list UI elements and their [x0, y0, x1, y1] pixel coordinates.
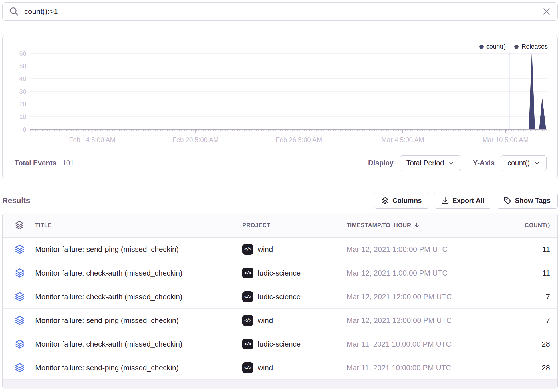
svg-text:Feb 26 5:00 AM: Feb 26 5:00 AM [276, 136, 322, 144]
row-project: </>wind [242, 362, 347, 373]
row-count: 28 [542, 340, 550, 349]
row-project-name: ludic-science [258, 340, 301, 349]
search-bar [2, 2, 558, 21]
display-label: Display [368, 159, 394, 167]
row-count: 7 [546, 292, 550, 301]
results-actions: Columns Export All Show Tags [374, 193, 558, 209]
layers-icon [381, 197, 389, 205]
discover-page: 0102030405060Feb 14 5:00 AMFeb 20 5:00 A… [0, 0, 560, 392]
close-icon[interactable] [543, 7, 551, 15]
table-row: Monitor failure: check-auth (missed_chec… [3, 261, 557, 285]
legend-dot-count-icon [479, 45, 484, 49]
legend-dot-releases-icon [514, 45, 519, 49]
row-timestamp: Mar 12, 2021 12:00:00 PM UTC [347, 316, 489, 325]
row-project-name: ludic-science [258, 269, 301, 278]
column-header-project[interactable]: PROJECT [242, 222, 347, 229]
chevron-down-icon [448, 160, 454, 166]
svg-text:40: 40 [19, 75, 26, 82]
svg-text:60: 60 [19, 50, 26, 57]
svg-text:50: 50 [19, 62, 26, 70]
row-project: </>ludic-science [242, 291, 347, 302]
row-timestamp: Mar 11, 2021 10:00:00 PM UTC [347, 363, 489, 372]
legend-label: Releases [521, 43, 548, 50]
display-dropdown-value: Total Period [406, 159, 444, 167]
y-axis-dropdown[interactable]: count() [501, 155, 547, 171]
row-stack-icon[interactable] [15, 363, 35, 373]
column-header-count[interactable]: COUNT() [525, 222, 550, 229]
row-project-name: ludic-science [258, 292, 301, 301]
row-count: 11 [542, 269, 550, 278]
row-stack-icon[interactable] [15, 315, 35, 326]
table-row: Monitor failure: send-ping (missed_check… [3, 309, 557, 332]
row-stack-icon[interactable] [15, 339, 35, 349]
row-title-link[interactable]: Monitor failure: send-ping (missed_check… [35, 316, 242, 325]
total-events-label: Total Events [15, 159, 57, 167]
row-stack-icon[interactable] [15, 244, 35, 254]
code-icon: </> [242, 244, 253, 255]
column-header-timestamp[interactable]: TIMESTAMP.TO_HOUR [347, 222, 489, 229]
chart-legend: count() Releases [479, 43, 548, 50]
chevron-down-icon [534, 160, 540, 166]
row-title-link[interactable]: Monitor failure: check-auth (missed_chec… [35, 340, 242, 349]
columns-button[interactable]: Columns [374, 193, 429, 209]
code-icon: </> [242, 291, 253, 302]
row-project-name: wind [258, 245, 273, 254]
row-project-name: wind [258, 316, 273, 325]
row-timestamp: Mar 12, 2021 1:00:00 PM UTC [347, 269, 489, 278]
legend-item-count[interactable]: count() [479, 43, 506, 50]
total-events-value: 101 [62, 159, 74, 167]
table-row: Monitor failure: check-auth (missed_chec… [3, 332, 557, 356]
tag-icon [504, 197, 511, 205]
show-tags-button[interactable]: Show Tags [497, 193, 558, 209]
events-chart: 0102030405060Feb 14 5:00 AMFeb 20 5:00 A… [3, 36, 557, 148]
svg-text:30: 30 [19, 88, 26, 95]
y-axis-label: Y-Axis [473, 159, 495, 167]
table-row: Monitor failure: check-auth (missed_chec… [3, 285, 557, 309]
row-timestamp: Mar 12, 2021 12:00:00 PM UTC [347, 292, 489, 301]
display-dropdown[interactable]: Total Period [400, 155, 461, 171]
results-title: Results [2, 196, 30, 205]
table-header-row: TITLE PROJECT TIMESTAMP.TO_HOUR COUNT() [3, 213, 557, 238]
search-input[interactable] [24, 7, 543, 16]
table-footer [3, 380, 557, 389]
columns-button-label: Columns [392, 197, 422, 205]
row-count: 7 [546, 316, 550, 325]
sort-desc-arrow-icon [414, 222, 420, 228]
row-stack-icon[interactable] [15, 292, 35, 302]
show-tags-button-label: Show Tags [515, 197, 551, 205]
row-project-name: wind [258, 363, 273, 372]
search-icon [9, 7, 19, 16]
code-icon: </> [242, 339, 253, 349]
row-timestamp: Mar 11, 2021 10:00:00 PM UTC [347, 340, 489, 349]
table-body: Monitor failure: send-ping (missed_check… [3, 238, 557, 380]
export-all-button-label: Export All [452, 197, 484, 205]
edit-columns-icon[interactable] [15, 220, 35, 230]
row-title-link[interactable]: Monitor failure: send-ping (missed_check… [35, 363, 242, 372]
export-all-button[interactable]: Export All [434, 193, 491, 209]
legend-item-releases[interactable]: Releases [514, 43, 548, 50]
chart-footer: Total Events 101 Display Total Period Y-… [3, 148, 557, 178]
download-icon [441, 197, 449, 205]
results-table: TITLE PROJECT TIMESTAMP.TO_HOUR COUNT() … [2, 213, 558, 389]
code-icon: </> [242, 362, 253, 373]
row-stack-icon[interactable] [15, 268, 35, 278]
column-header-title[interactable]: TITLE [35, 222, 242, 229]
svg-text:Feb 20 5:00 AM: Feb 20 5:00 AM [172, 136, 219, 144]
row-count: 11 [542, 245, 550, 254]
row-title-link[interactable]: Monitor failure: check-auth (missed_chec… [35, 269, 242, 278]
y-axis-dropdown-value: count() [507, 159, 530, 167]
legend-label: count() [486, 43, 506, 50]
code-icon: </> [242, 268, 253, 278]
row-project: </>ludic-science [242, 339, 347, 349]
events-chart-panel: 0102030405060Feb 14 5:00 AMFeb 20 5:00 A… [2, 36, 558, 178]
row-title-link[interactable]: Monitor failure: check-auth (missed_chec… [35, 292, 242, 301]
svg-text:20: 20 [19, 100, 26, 108]
results-bar: Results Columns Export All Show Tags [2, 192, 558, 209]
row-timestamp: Mar 12, 2021 1:00:00 PM UTC [347, 245, 489, 254]
svg-text:10: 10 [19, 113, 26, 120]
row-project: </>ludic-science [242, 268, 347, 278]
row-project: </>wind [242, 244, 347, 255]
row-title-link[interactable]: Monitor failure: send-ping (missed_check… [35, 245, 242, 254]
code-icon: </> [242, 315, 253, 326]
row-project: </>wind [242, 315, 347, 326]
